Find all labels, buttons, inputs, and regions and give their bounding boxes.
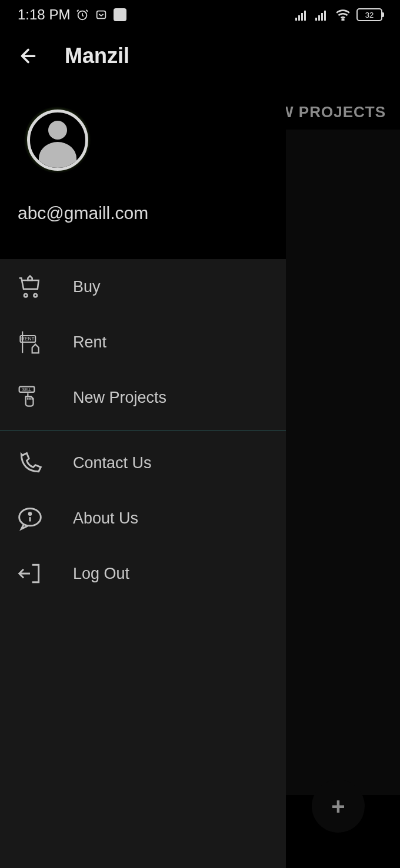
menu-label: About Us [73, 509, 138, 528]
menu-label: Log Out [73, 565, 129, 583]
info-bubble-icon [16, 505, 44, 532]
sell-hand-icon: SELL [16, 384, 44, 411]
background-content [286, 130, 400, 795]
status-left: 1:18 PM [18, 6, 126, 23]
signal-1-icon [295, 9, 309, 21]
app-header: Manzil [0, 29, 286, 82]
svg-rect-2 [295, 18, 297, 21]
menu-label: Buy [73, 278, 101, 296]
svg-point-10 [342, 19, 344, 21]
svg-rect-6 [315, 18, 317, 21]
svg-point-19 [29, 513, 31, 515]
svg-text:RENT: RENT [21, 336, 34, 342]
fab-add-button[interactable]: + [312, 780, 365, 833]
menu-item-contact-us[interactable]: Contact Us [0, 435, 286, 491]
menu-item-buy[interactable]: Buy [0, 259, 286, 314]
notification-icon [95, 8, 108, 21]
svg-point-18 [19, 509, 41, 526]
signal-2-icon [315, 9, 329, 21]
app-icon [114, 8, 126, 21]
navigation-drawer: Manzil abc@gmaill.com Buy RENT Rent [0, 29, 286, 868]
svg-rect-8 [321, 13, 323, 21]
menu-item-new-projects[interactable]: SELL New Projects [0, 370, 286, 425]
svg-point-11 [24, 294, 27, 297]
app-title: Manzil [65, 44, 129, 68]
battery-icon: 32 [356, 8, 382, 21]
menu-divider [0, 430, 286, 430]
plus-icon: + [331, 793, 345, 820]
drawer-menu: Buy RENT Rent SELL New Projects Contact … [0, 259, 286, 868]
menu-label: Contact Us [73, 454, 152, 472]
user-email: abc@gmaill.com [18, 203, 268, 223]
menu-item-about-us[interactable]: About Us [0, 491, 286, 546]
menu-item-rent[interactable]: RENT Rent [0, 314, 286, 370]
phone-icon [16, 449, 44, 476]
battery-level: 32 [365, 11, 374, 19]
svg-rect-4 [301, 13, 303, 21]
svg-rect-9 [324, 11, 326, 21]
avatar[interactable] [24, 106, 91, 174]
wifi-icon [335, 9, 351, 21]
svg-text:SELL: SELL [22, 387, 32, 392]
cart-icon [16, 273, 44, 300]
svg-rect-3 [298, 15, 300, 21]
svg-rect-1 [97, 11, 106, 19]
status-right: 32 [295, 8, 382, 21]
alarm-icon [76, 8, 89, 21]
status-bar: 1:18 PM 32 [0, 0, 400, 29]
status-time: 1:18 PM [18, 6, 70, 23]
rent-sign-icon: RENT [16, 329, 44, 356]
svg-rect-5 [304, 11, 306, 21]
svg-point-12 [34, 294, 37, 297]
drawer-profile: abc@gmaill.com [0, 82, 286, 259]
menu-item-log-out[interactable]: Log Out [0, 546, 286, 601]
menu-label: New Projects [73, 389, 166, 407]
back-button[interactable] [18, 45, 39, 67]
menu-label: Rent [73, 333, 106, 352]
logout-icon [16, 560, 44, 587]
svg-rect-7 [318, 15, 320, 21]
